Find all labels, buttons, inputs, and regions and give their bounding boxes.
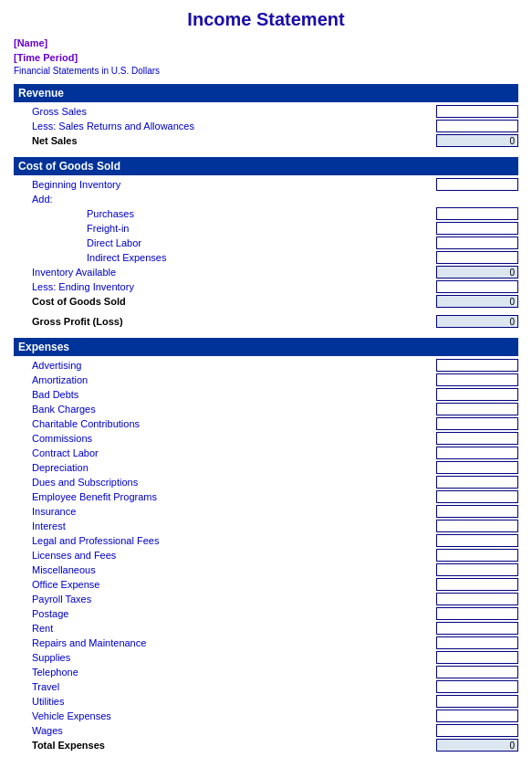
input-expense-10[interactable] xyxy=(436,505,518,518)
label-expense-16: Payroll Taxes xyxy=(14,594,433,605)
row-expense-18: Rent xyxy=(14,621,518,636)
row-expense-7: Depreciation xyxy=(14,460,518,475)
input-expense-4[interactable] xyxy=(436,417,518,430)
input-expense-0[interactable] xyxy=(436,359,518,372)
label-expense-3: Bank Charges xyxy=(14,404,433,415)
label-beginning-inventory: Beginning Inventory xyxy=(14,179,433,190)
input-expense-8[interactable] xyxy=(436,476,518,489)
label-expense-22: Travel xyxy=(14,681,433,692)
row-sales-returns: Less: Sales Returns and Allowances xyxy=(14,119,518,133)
input-direct-labor[interactable] xyxy=(436,237,518,249)
row-expense-21: Telephone xyxy=(14,665,518,679)
time-field: [Time Period] xyxy=(14,52,78,63)
input-expense-13[interactable] xyxy=(436,549,518,562)
row-total-expenses: Total Expenses 0 xyxy=(14,738,518,752)
row-gross-profit: Gross Profit (Loss) 0 xyxy=(14,314,518,329)
row-expense-9: Employee Benefit Programs xyxy=(14,489,518,504)
label-direct-labor: Direct Labor xyxy=(14,237,433,248)
input-expense-9[interactable] xyxy=(436,490,518,503)
input-expense-23[interactable] xyxy=(436,695,518,708)
label-expense-0: Advertising xyxy=(14,360,433,371)
label-cogs-total: Cost of Goods Sold xyxy=(14,296,433,307)
row-expense-0: Advertising xyxy=(14,358,518,373)
input-expense-25[interactable] xyxy=(436,724,518,737)
label-expense-7: Depreciation xyxy=(14,462,433,473)
label-ending-inventory: Less: Ending Inventory xyxy=(14,281,433,292)
row-inventory-available: Inventory Available 0 xyxy=(14,265,518,279)
label-expense-21: Telephone xyxy=(14,667,433,678)
row-gross-sales: Gross Sales xyxy=(14,104,518,119)
input-expense-19[interactable] xyxy=(436,636,518,649)
input-expense-7[interactable] xyxy=(436,461,518,474)
label-expense-15: Office Expense xyxy=(14,579,433,590)
row-expense-8: Dues and Subscriptions xyxy=(14,475,518,489)
label-net-sales: Net Sales xyxy=(14,135,433,146)
name-field: [Name] xyxy=(14,37,47,48)
label-inventory-available: Inventory Available xyxy=(14,267,433,278)
input-gross-profit[interactable]: 0 xyxy=(436,315,518,328)
input-expense-20[interactable] xyxy=(436,651,518,664)
label-expense-17: Postage xyxy=(14,608,433,619)
input-total-expenses[interactable]: 0 xyxy=(436,739,518,752)
input-expense-17[interactable] xyxy=(436,607,518,620)
row-net-sales: Net Sales 0 xyxy=(14,133,518,148)
input-net-sales[interactable]: 0 xyxy=(436,134,518,147)
label-expense-23: Utilities xyxy=(14,696,433,707)
row-expense-12: Legal and Professional Fees xyxy=(14,533,518,548)
row-expense-20: Supplies xyxy=(14,650,518,665)
label-expense-12: Legal and Professional Fees xyxy=(14,535,433,546)
input-expense-24[interactable] xyxy=(436,710,518,722)
input-inventory-available[interactable]: 0 xyxy=(436,266,518,279)
row-expense-25: Wages xyxy=(14,723,518,738)
input-expense-18[interactable] xyxy=(436,622,518,635)
input-expense-22[interactable] xyxy=(436,680,518,693)
row-indirect-expenses: Indirect Expenses xyxy=(14,250,518,265)
label-indirect-expenses: Indirect Expenses xyxy=(14,252,433,263)
row-expense-15: Office Expense xyxy=(14,577,518,592)
row-expense-10: Insurance xyxy=(14,504,518,519)
row-expense-1: Amortization xyxy=(14,373,518,387)
subtitle: Financial Statements in U.S. Dollars xyxy=(14,66,160,76)
section-cogs: Cost of Goods Sold xyxy=(14,157,518,175)
input-purchases[interactable] xyxy=(436,207,518,220)
label-total-expenses: Total Expenses xyxy=(14,740,433,751)
section-revenue: Revenue xyxy=(14,84,518,102)
input-gross-sales[interactable] xyxy=(436,105,518,118)
section-expenses: Expenses xyxy=(14,338,518,356)
label-freight: Freight-in xyxy=(14,223,433,234)
row-freight: Freight-in xyxy=(14,221,518,236)
label-expense-8: Dues and Subscriptions xyxy=(14,477,433,488)
row-expense-11: Interest xyxy=(14,519,518,533)
input-expense-14[interactable] xyxy=(436,563,518,576)
row-expense-14: Miscellaneous xyxy=(14,562,518,577)
input-expense-5[interactable] xyxy=(436,432,518,445)
input-expense-6[interactable] xyxy=(436,447,518,459)
input-indirect-expenses[interactable] xyxy=(436,251,518,264)
row-expense-22: Travel xyxy=(14,679,518,694)
input-expense-2[interactable] xyxy=(436,388,518,401)
label-expense-11: Interest xyxy=(14,520,433,531)
input-cogs-total[interactable]: 0 xyxy=(436,295,518,308)
row-expense-5: Commissions xyxy=(14,431,518,446)
label-expense-4: Charitable Contributions xyxy=(14,418,433,429)
input-expense-11[interactable] xyxy=(436,520,518,532)
label-expense-19: Repairs and Maintenance xyxy=(14,637,433,648)
input-expense-16[interactable] xyxy=(436,593,518,605)
input-expense-12[interactable] xyxy=(436,534,518,547)
label-expense-14: Miscellaneous xyxy=(14,564,433,575)
page-title: Income Statement xyxy=(14,9,518,30)
label-sales-returns: Less: Sales Returns and Allowances xyxy=(14,121,433,131)
input-expense-1[interactable] xyxy=(436,373,518,386)
label-purchases: Purchases xyxy=(14,208,433,219)
input-beginning-inventory[interactable] xyxy=(436,178,518,191)
label-expense-18: Rent xyxy=(14,623,433,634)
row-expense-17: Postage xyxy=(14,606,518,621)
input-freight[interactable] xyxy=(436,222,518,235)
input-expense-21[interactable] xyxy=(436,666,518,678)
label-gross-profit: Gross Profit (Loss) xyxy=(14,316,433,327)
input-expense-15[interactable] xyxy=(436,578,518,591)
input-sales-returns[interactable] xyxy=(436,120,518,132)
input-expense-3[interactable] xyxy=(436,403,518,415)
input-ending-inventory[interactable] xyxy=(436,280,518,293)
row-expense-16: Payroll Taxes xyxy=(14,592,518,606)
